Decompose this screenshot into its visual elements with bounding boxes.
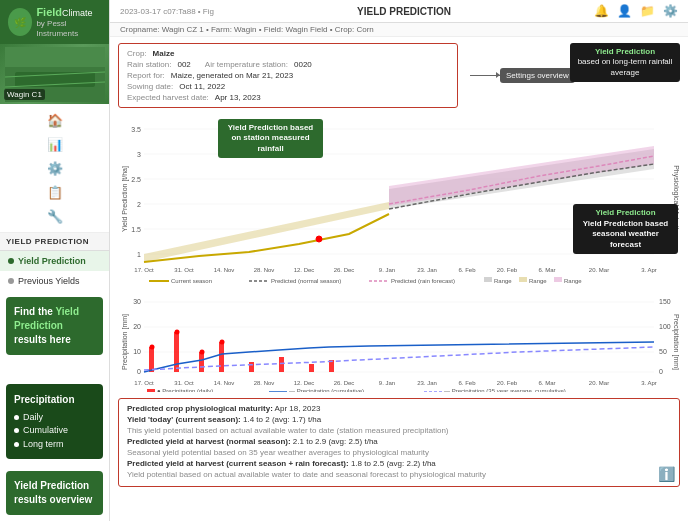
svg-rect-63 [174, 332, 179, 372]
svg-text:23. Jan: 23. Jan [417, 380, 437, 386]
sidebar-item-yield-prediction[interactable]: Yield Prediction [0, 251, 109, 271]
callout-find-results: Find the Yield Prediction results here [6, 297, 103, 355]
menu-dot-2 [8, 278, 14, 284]
data-icon[interactable]: 📋 [40, 180, 70, 204]
svg-text:1: 1 [137, 251, 141, 258]
yield-harvest-forecast-row: Predicted yield at harvest (current seas… [127, 459, 671, 468]
top-bar-icons: 🔔 👤 📁 ⚙️ [594, 4, 678, 18]
svg-point-72 [200, 350, 205, 355]
logo-area: 🌿 FieldClimate by Pessl Instruments [0, 0, 109, 44]
svg-text:31. Oct: 31. Oct [174, 267, 194, 273]
svg-text:26. Dec: 26. Dec [334, 267, 355, 273]
map-thumbnail[interactable]: Wagin C1 [0, 44, 109, 104]
svg-text:Predicted (rain forecast): Predicted (rain forecast) [391, 278, 455, 284]
bullet-cumulative: Cumulative [14, 424, 95, 438]
svg-text:31. Oct: 31. Oct [174, 380, 194, 386]
svg-text:0: 0 [659, 368, 663, 375]
chart-icon[interactable]: 📊 [40, 132, 70, 156]
bullet-icon-2 [14, 428, 19, 433]
svg-text:3: 3 [137, 151, 141, 158]
callout-results-overview: Yield Prediction results overview [6, 471, 103, 515]
svg-rect-66 [249, 362, 254, 372]
svg-text:6. Feb: 6. Feb [458, 267, 476, 273]
callout-long-term: Yield Prediction based on long-term rain… [570, 43, 680, 82]
svg-text:9. Jan: 9. Jan [379, 380, 395, 386]
precipitation-chart: Precipitation [mm] Precipitation [mm] 30… [118, 292, 680, 392]
svg-text:9. Jan: 9. Jan [379, 267, 395, 273]
yield-chart-container: Yield Prediction based on station measur… [118, 114, 680, 284]
sidebar-item-previous-yields[interactable]: Previous Yields [0, 271, 109, 291]
svg-text:12. Dec: 12. Dec [294, 380, 315, 386]
svg-text:Yield Prediction [t/ha]: Yield Prediction [t/ha] [121, 166, 129, 232]
yield-harvest-normal-desc-row: Seasonal yield potential based on 35 yea… [127, 448, 671, 457]
svg-text:20. Mar: 20. Mar [589, 380, 609, 386]
svg-point-71 [175, 330, 180, 335]
user-icon[interactable]: 👤 [617, 4, 632, 18]
timestamp: 2023-03-17 c07:Ta88 • Fig [120, 7, 214, 16]
maturity-row: Predicted crop physiological maturity: A… [127, 404, 671, 413]
callout-seasonal-forecast: Yield Prediction Yield Prediction based … [573, 204, 678, 254]
svg-text:Predicted (normal season): Predicted (normal season) [271, 278, 341, 284]
svg-rect-62 [149, 347, 154, 372]
svg-text:6. Mar: 6. Mar [538, 267, 555, 273]
svg-text:3. Apr: 3. Apr [641, 267, 657, 273]
svg-text:Range: Range [529, 278, 547, 284]
settings-box: Crop: Maize Rain station: 002 Air temper… [118, 43, 458, 108]
callout-precipitation: Precipitation Daily Cumulative Long term [6, 384, 103, 460]
folder-icon[interactable]: 📁 [640, 4, 655, 18]
info-gear-icon[interactable]: ℹ️ [658, 466, 675, 482]
svg-rect-67 [279, 357, 284, 372]
bullet-longterm: Long term [14, 438, 95, 452]
precipitation-chart-container: Precipitation [mm] Precipitation [mm] 30… [118, 292, 680, 392]
svg-rect-64 [199, 352, 204, 372]
svg-text:10: 10 [133, 348, 141, 355]
nav-icons: 🏠 📊 ⚙️ 📋 🔧 [0, 104, 109, 233]
svg-rect-46 [554, 277, 562, 282]
svg-text:14. Nov: 14. Nov [214, 380, 235, 386]
svg-text:6. Feb: 6. Feb [458, 380, 476, 386]
svg-text:Precipitation [mm]: Precipitation [mm] [121, 314, 129, 370]
settings-callout-label: Settings overview [500, 68, 575, 83]
gear-icon[interactable]: ⚙️ [663, 4, 678, 18]
yield-today-row: Yield 'today' (current season): 1.4 to 2… [127, 415, 671, 424]
home-icon[interactable]: 🏠 [40, 108, 70, 132]
svg-text:50: 50 [659, 348, 667, 355]
settings-icon[interactable]: ⚙️ [40, 156, 70, 180]
svg-rect-1 [5, 47, 105, 67]
crop-row: Crop: Maize [127, 49, 312, 58]
svg-text:Range: Range [494, 278, 512, 284]
svg-text:20. Mar: 20. Mar [589, 267, 609, 273]
svg-text:Precipitation [mm]: Precipitation [mm] [672, 314, 680, 370]
tools-icon[interactable]: 🔧 [40, 204, 70, 228]
svg-text:17. Oct: 17. Oct [134, 380, 154, 386]
svg-rect-65 [219, 342, 224, 372]
main-content: 2023-03-17 c07:Ta88 • Fig YIELD PREDICTI… [110, 0, 688, 521]
yield-harvest-normal-row: Predicted yield at harvest (normal seaso… [127, 437, 671, 446]
yield-prediction-chart: Yield Prediction [t/ha] Physiological Ma… [118, 114, 680, 284]
results-box: Predicted crop physiological maturity: A… [118, 398, 680, 487]
svg-text:28. Nov: 28. Nov [254, 380, 275, 386]
svg-text:Range: Range [564, 278, 582, 284]
svg-text:● Precipitation (daily): ● Precipitation (daily) [157, 388, 213, 392]
svg-text:1.5: 1.5 [131, 226, 141, 233]
svg-rect-68 [309, 364, 314, 372]
settings-section: Crop: Maize Rain station: 002 Air temper… [118, 43, 680, 108]
svg-text:2.5: 2.5 [131, 176, 141, 183]
settings-col-1: Crop: Maize Rain station: 002 Air temper… [127, 49, 312, 102]
logo-icon: 🌿 [8, 8, 32, 36]
svg-marker-21 [389, 146, 654, 206]
svg-text:6. Mar: 6. Mar [538, 380, 555, 386]
svg-text:0: 0 [137, 368, 141, 375]
report-row: Report for: Maize, generated on Mar 21, … [127, 71, 312, 80]
svg-text:26. Dec: 26. Dec [334, 380, 355, 386]
svg-text:12. Dec: 12. Dec [294, 267, 315, 273]
svg-text:30: 30 [133, 298, 141, 305]
top-bar: 2023-03-17 c07:Ta88 • Fig YIELD PREDICTI… [110, 0, 688, 23]
bell-icon[interactable]: 🔔 [594, 4, 609, 18]
sidebar-section-title: YIELD PREDICTION [0, 233, 109, 251]
svg-text:17. Oct: 17. Oct [134, 267, 154, 273]
menu-dot [8, 258, 14, 264]
breadcrumb: Cropname: Wagin CZ 1 • Farm: Wagin • Fie… [110, 23, 688, 37]
logo-text: FieldClimate by Pessl Instruments [36, 6, 101, 38]
content-area: Crop: Maize Rain station: 002 Air temper… [110, 37, 688, 521]
